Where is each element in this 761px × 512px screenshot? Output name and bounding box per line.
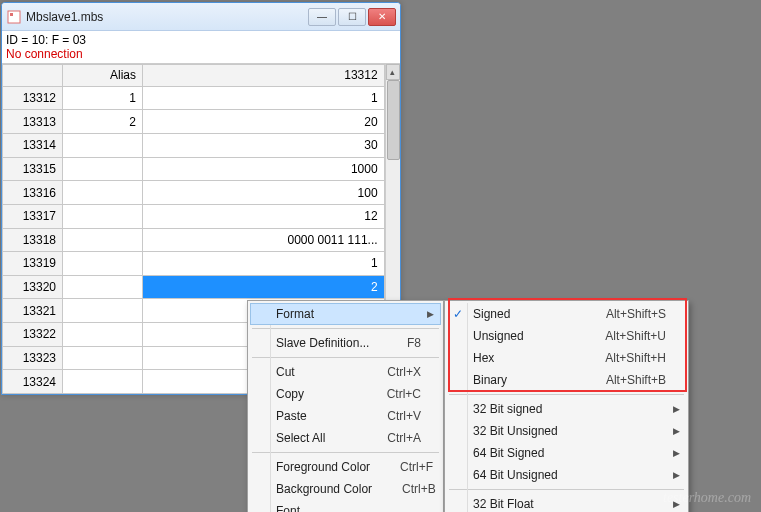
cell-address[interactable]: 13319: [3, 252, 63, 276]
menu-separator: [252, 452, 439, 453]
cell-alias[interactable]: [63, 157, 143, 181]
cell-alias[interactable]: [63, 134, 143, 158]
cell-address[interactable]: 13322: [3, 323, 63, 347]
table-row[interactable]: 133180000 0011 111...: [3, 228, 385, 252]
menu-64bit-unsigned[interactable]: 64 Bit Unsigned ▶: [447, 464, 686, 486]
cell-alias[interactable]: 2: [63, 110, 143, 134]
cell-address[interactable]: 13324: [3, 370, 63, 394]
cell-address[interactable]: 13318: [3, 228, 63, 252]
context-menu: Format ▶ Slave Definition... F8 Cut Ctrl…: [247, 300, 444, 512]
cell-address[interactable]: 13320: [3, 275, 63, 299]
menu-hex[interactable]: Hex Alt+Shift+H: [447, 347, 686, 369]
cell-value[interactable]: 1: [143, 86, 385, 110]
menu-format[interactable]: Format ▶: [250, 303, 441, 325]
cell-alias[interactable]: [63, 228, 143, 252]
menu-copy[interactable]: Copy Ctrl+C: [250, 383, 441, 405]
app-icon: [6, 9, 22, 25]
menu-32bit-float[interactable]: 32 Bit Float ▶: [447, 493, 686, 512]
menu-32bit-unsigned[interactable]: 32 Bit Unsigned ▶: [447, 420, 686, 442]
window-controls: — ☐ ✕: [306, 8, 396, 26]
submenu-arrow-icon: ▶: [673, 448, 680, 458]
status-id: ID = 10: F = 03: [6, 33, 396, 47]
table-row[interactable]: 1331211: [3, 86, 385, 110]
cell-alias[interactable]: [63, 275, 143, 299]
svg-rect-1: [10, 13, 13, 16]
close-button[interactable]: ✕: [368, 8, 396, 26]
submenu-arrow-icon: ▶: [673, 470, 680, 480]
watermark: testerhome.com: [663, 490, 751, 506]
table-row[interactable]: 133202: [3, 275, 385, 299]
menu-separator: [252, 328, 439, 329]
cell-alias[interactable]: [63, 252, 143, 276]
col-head-addr[interactable]: [3, 64, 63, 86]
svg-rect-0: [8, 11, 20, 23]
submenu-arrow-icon: ▶: [673, 426, 680, 436]
cell-alias[interactable]: [63, 370, 143, 394]
status-connection: No connection: [6, 47, 396, 61]
cell-address[interactable]: 13321: [3, 299, 63, 323]
cell-value[interactable]: 1: [143, 252, 385, 276]
menu-separator: [449, 489, 684, 490]
cell-value[interactable]: 12: [143, 204, 385, 228]
format-submenu: ✓ Signed Alt+Shift+S Unsigned Alt+Shift+…: [444, 300, 689, 512]
menu-signed[interactable]: ✓ Signed Alt+Shift+S: [447, 303, 686, 325]
cell-address[interactable]: 13323: [3, 346, 63, 370]
menu-format-label: Format: [276, 307, 314, 321]
menu-separator: [252, 357, 439, 358]
menu-64bit-signed[interactable]: 64 Bit Signed ▶: [447, 442, 686, 464]
cell-value[interactable]: 100: [143, 181, 385, 205]
maximize-button[interactable]: ☐: [338, 8, 366, 26]
col-head-value[interactable]: 13312: [143, 64, 385, 86]
menu-paste[interactable]: Paste Ctrl+V: [250, 405, 441, 427]
cell-address[interactable]: 13317: [3, 204, 63, 228]
cell-address[interactable]: 13315: [3, 157, 63, 181]
window-title: Mbslave1.mbs: [26, 10, 306, 24]
cell-alias[interactable]: [63, 204, 143, 228]
cell-value[interactable]: 2: [143, 275, 385, 299]
cell-value[interactable]: 0000 0011 111...: [143, 228, 385, 252]
cell-value[interactable]: 30: [143, 134, 385, 158]
menu-slave-definition[interactable]: Slave Definition... F8: [250, 332, 441, 354]
menu-unsigned[interactable]: Unsigned Alt+Shift+U: [447, 325, 686, 347]
cell-alias[interactable]: 1: [63, 86, 143, 110]
table-row[interactable]: 133191: [3, 252, 385, 276]
cell-value[interactable]: 20: [143, 110, 385, 134]
minimize-button[interactable]: —: [308, 8, 336, 26]
titlebar[interactable]: Mbslave1.mbs — ☐ ✕: [2, 3, 400, 31]
cell-alias[interactable]: [63, 181, 143, 205]
table-row[interactable]: 1331712: [3, 204, 385, 228]
submenu-arrow-icon: ▶: [427, 309, 434, 319]
cell-value[interactable]: 1000: [143, 157, 385, 181]
table-row[interactable]: 1331430: [3, 134, 385, 158]
scroll-up-button[interactable]: ▴: [386, 64, 400, 80]
menu-separator: [449, 394, 684, 395]
check-icon: ✓: [453, 307, 463, 321]
menu-font[interactable]: Font: [250, 500, 441, 512]
status-bar: ID = 10: F = 03 No connection: [2, 31, 400, 64]
table-row[interactable]: 13313220: [3, 110, 385, 134]
menu-cut[interactable]: Cut Ctrl+X: [250, 361, 441, 383]
col-head-alias[interactable]: Alias: [63, 64, 143, 86]
menu-foreground-color[interactable]: Foreground Color Ctrl+F: [250, 456, 441, 478]
scroll-thumb[interactable]: [387, 80, 400, 160]
cell-alias[interactable]: [63, 346, 143, 370]
menu-binary[interactable]: Binary Alt+Shift+B: [447, 369, 686, 391]
menu-select-all[interactable]: Select All Ctrl+A: [250, 427, 441, 449]
cell-alias[interactable]: [63, 299, 143, 323]
submenu-arrow-icon: ▶: [673, 404, 680, 414]
menu-background-color[interactable]: Background Color Ctrl+B: [250, 478, 441, 500]
cell-address[interactable]: 13314: [3, 134, 63, 158]
cell-address[interactable]: 13313: [3, 110, 63, 134]
cell-address[interactable]: 13312: [3, 86, 63, 110]
table-row[interactable]: 13316100: [3, 181, 385, 205]
cell-alias[interactable]: [63, 323, 143, 347]
table-row[interactable]: 133151000: [3, 157, 385, 181]
menu-32bit-signed[interactable]: 32 Bit signed ▶: [447, 398, 686, 420]
cell-address[interactable]: 13316: [3, 181, 63, 205]
